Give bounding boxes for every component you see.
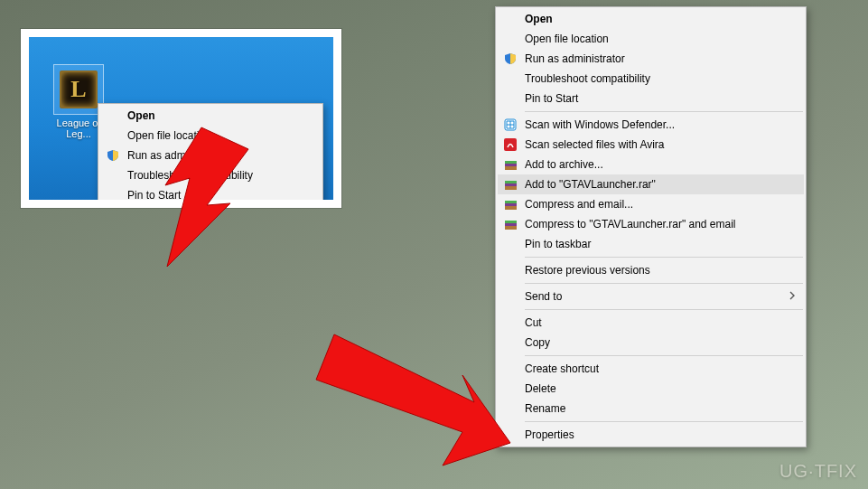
svg-rect-7 [505,181,517,183]
menu-pin-start-label: Pin to Start [525,92,578,105]
menu-scan-avira[interactable]: Scan selected files with Avira [498,135,804,155]
menu-scan-defender[interactable]: Scan with Windows Defender... [498,115,804,135]
watermark: UG·TFIX [779,461,857,482]
svg-rect-13 [505,221,517,223]
separator [525,355,803,356]
shield-icon [503,52,518,66]
menu-send-to-label: Send to [525,290,562,303]
menu-open-label: Open [525,13,553,25]
menu-copy[interactable]: Copy [498,333,804,353]
context-menu-right: Open Open file location Run as administr… [495,6,807,447]
chevron-right-icon [789,290,795,303]
menu-properties[interactable]: Properties [498,425,804,445]
menu-properties-label: Properties [525,428,574,441]
menu-troubleshoot[interactable]: Troubleshoot compatibility [100,165,321,185]
menu-open-label: Open [127,109,155,122]
menu-pin-to-start[interactable]: Pin to Start [100,185,321,200]
menu-compress-email[interactable]: Compress and email... [498,194,804,214]
separator [525,421,803,422]
menu-open-file-location[interactable]: Open file location [100,126,321,146]
menu-add-archive-label: Add to archive... [525,158,603,171]
league-of-legends-icon: L [60,71,98,108]
menu-pin-to-start[interactable]: Pin to Start [498,89,804,108]
menu-scan-defender-label: Scan with Windows Defender... [525,118,675,131]
menu-compress-email-label: Compress and email... [525,198,633,211]
menu-open[interactable]: Open [100,106,321,126]
menu-open-file-location-label: Open file location [127,129,211,142]
menu-create-shortcut-label: Create shortcut [525,362,599,375]
menu-delete[interactable]: Delete [498,379,804,399]
windows-defender-icon [503,118,518,132]
svg-rect-11 [505,206,517,210]
menu-cut[interactable]: Cut [498,313,804,333]
menu-run-as-administrator[interactable]: Run as administrator [100,146,321,165]
menu-rename[interactable]: Rename [498,399,804,418]
menu-troubleshoot-label: Troubleshoot compatibility [127,169,253,182]
svg-rect-14 [505,226,517,230]
context-menu-left: Open Open file location Run as administr… [98,103,323,200]
menu-pin-taskbar[interactable]: Pin to taskbar [498,234,804,254]
menu-delete-label: Delete [525,382,556,395]
menu-add-gtav-rar[interactable]: Add to "GTAVLauncher.rar" [498,174,804,194]
menu-run-admin-label: Run as administrator [127,149,228,162]
menu-open-file-location-label: Open file location [525,33,609,45]
menu-compress-gtav-email-label: Compress to "GTAVLauncher.rar" and email [525,218,736,230]
svg-rect-4 [505,161,517,164]
menu-pin-taskbar-label: Pin to taskbar [525,238,591,250]
menu-add-gtav-label: Add to "GTAVLauncher.rar" [525,178,656,191]
winrar-icon [503,197,518,212]
menu-open-file-location[interactable]: Open file location [498,29,804,49]
menu-create-shortcut[interactable]: Create shortcut [498,359,804,379]
svg-rect-8 [505,186,517,190]
menu-pin-start-label: Pin to Start [127,189,181,200]
avira-icon [503,137,518,152]
menu-restore-label: Restore previous versions [525,264,650,277]
menu-scan-avira-label: Scan selected files with Avira [525,138,665,151]
svg-rect-10 [505,201,517,203]
shield-icon [106,148,120,163]
svg-rect-5 [505,166,517,170]
winrar-icon [503,157,518,172]
menu-send-to[interactable]: Send to [498,287,804,306]
separator [525,283,803,284]
icon-selection-box: L [53,64,104,115]
winrar-icon [503,177,518,192]
svg-marker-15 [316,334,510,465]
left-screenshot-panel: L League of Leg... Open Open file locati… [21,29,341,208]
menu-troubleshoot-label: Troubleshoot compatibility [525,72,650,85]
menu-troubleshoot[interactable]: Troubleshoot compatibility [498,69,804,89]
desktop-background: L League of Leg... Open Open file locati… [29,37,333,200]
menu-run-as-administrator[interactable]: Run as administrator [498,49,804,69]
separator [525,111,803,112]
winrar-icon [503,217,518,231]
menu-run-admin-label: Run as administrator [525,52,625,65]
separator [525,257,803,258]
menu-compress-gtav-email[interactable]: Compress to "GTAVLauncher.rar" and email [498,214,804,234]
menu-restore-versions[interactable]: Restore previous versions [498,260,804,280]
menu-add-archive[interactable]: Add to archive... [498,155,804,174]
menu-copy-label: Copy [525,336,550,349]
menu-rename-label: Rename [525,402,565,415]
separator [525,309,803,310]
watermark-text: UG·TFIX [779,461,857,481]
menu-cut-label: Cut [525,316,542,329]
menu-open[interactable]: Open [498,9,804,29]
